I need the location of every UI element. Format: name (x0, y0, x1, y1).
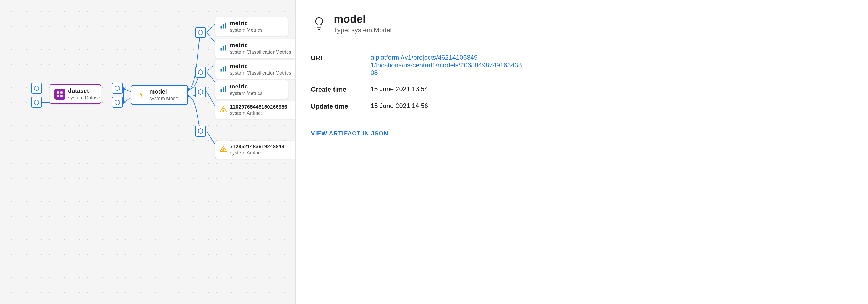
dataset-text: dataset system.Dataset (68, 87, 102, 101)
metric-label-3: metric (230, 63, 291, 70)
metric-chart-icon-4 (220, 85, 227, 94)
metric-chart-icon-1 (220, 22, 227, 31)
metric-chart-icon-3 (220, 65, 227, 74)
svg-line-9 (207, 72, 216, 83)
svg-line-11 (207, 131, 216, 145)
svg-rect-28 (225, 45, 226, 51)
detail-panel: model Type: system.Model URI aiplatform:… (296, 0, 868, 304)
metric-sublabel-4: system.Metrics (230, 91, 262, 96)
artifact-text-2: 712852148361924884​3 system.Artifact (230, 144, 284, 156)
metric-sublabel-2: system.ClassificationMetrics (230, 49, 291, 55)
svg-rect-24 (223, 24, 224, 28)
svg-rect-32 (221, 89, 222, 92)
update-time-label: Update time (311, 102, 360, 110)
svg-line-6 (207, 24, 216, 33)
connector-node-left-top (31, 83, 42, 94)
svg-rect-26 (221, 48, 222, 51)
dataset-sublabel: system.Dataset (68, 95, 102, 101)
model-label: model (149, 88, 180, 95)
metric-text-2: metric system.ClassificationMetrics (230, 42, 291, 55)
divider-2 (311, 119, 853, 119)
metric-sublabel-3: system.ClassificationMetrics (230, 70, 291, 76)
create-time-value: 15 June 2021 13:54 (371, 85, 853, 93)
artifact-icon-1 (220, 106, 227, 115)
uri-value: aiplatform://v1/projects/462141068491/lo… (371, 54, 853, 77)
svg-rect-34 (225, 86, 226, 92)
connector-node-mid-bottom (112, 97, 123, 108)
artifact-label-1: 110297654481502669​86 (230, 104, 287, 110)
svg-rect-25 (225, 23, 226, 28)
svg-line-8 (207, 63, 216, 72)
metric-text-3: metric system.ClassificationMetrics (230, 63, 291, 76)
create-time-row: Create time 15 June 2021 13:54 (311, 85, 853, 93)
artifact-sublabel-2: system.Artifact (230, 150, 284, 156)
svg-rect-16 (57, 91, 59, 94)
svg-rect-36 (222, 110, 224, 112)
artifact-sublabel-1: system.Artifact (230, 110, 287, 116)
connector-node-right-1 (195, 27, 206, 38)
svg-rect-39 (222, 149, 224, 151)
svg-line-10 (207, 91, 216, 107)
metric-text-1: metric system.Metrics (230, 20, 262, 33)
connector-node-mid-top (112, 83, 123, 94)
svg-rect-18 (57, 95, 59, 97)
detail-title-block: model Type: system.Model (334, 13, 392, 34)
svg-rect-19 (60, 95, 63, 97)
detail-type: Type: system.Model (334, 26, 392, 34)
artifact-label-2: 712852148361924884​3 (230, 144, 284, 149)
detail-icon (311, 16, 327, 32)
artifact-text-1: 110297654481502669​86 system.Artifact (230, 104, 287, 116)
svg-point-20 (141, 93, 142, 95)
connector-node-right-3 (195, 87, 206, 98)
connector-node-right-4 (195, 126, 206, 137)
metric-node-2[interactable]: metric system.ClassificationMetrics (215, 39, 296, 58)
metric-text-4: metric system.Metrics (230, 83, 262, 96)
dataset-label: dataset (68, 87, 102, 94)
divider-1 (311, 45, 853, 45)
metric-label-1: metric (230, 20, 262, 27)
svg-rect-27 (223, 46, 224, 51)
update-time-row: Update time 15 June 2021 14:56 (311, 102, 853, 110)
svg-rect-23 (221, 26, 222, 29)
artifact-node-1[interactable]: 110297654481502669​86 system.Artifact (215, 101, 296, 119)
metric-label-2: metric (230, 42, 291, 49)
metric-node-4[interactable]: metric system.Metrics (215, 80, 288, 99)
model-icon-box (136, 89, 147, 101)
svg-point-40 (223, 148, 224, 149)
uri-link[interactable]: aiplatform://v1/projects/462141068491/lo… (371, 54, 522, 76)
connector-node-right-2 (195, 67, 206, 78)
detail-header: model Type: system.Model (311, 13, 853, 34)
uri-row: URI aiplatform://v1/projects/46214106849… (311, 54, 853, 77)
metric-sublabel-1: system.Metrics (230, 27, 262, 33)
view-artifact-json-button[interactable]: VIEW ARTIFACT IN JSON (311, 130, 388, 137)
metric-chart-icon-2 (220, 44, 227, 53)
connector-node-left-bottom (31, 97, 42, 108)
metric-node-1[interactable]: metric system.Metrics (215, 17, 288, 36)
svg-rect-17 (60, 91, 63, 94)
artifact-icon-2 (220, 145, 227, 155)
model-node[interactable]: model system.Model (131, 85, 188, 105)
dataset-icon-box (55, 89, 65, 100)
svg-line-7 (207, 33, 216, 43)
detail-title: model (334, 13, 392, 25)
svg-rect-33 (223, 87, 224, 92)
svg-rect-29 (221, 69, 222, 72)
svg-rect-31 (225, 66, 226, 72)
metric-label-4: metric (230, 83, 262, 90)
svg-point-22 (141, 96, 142, 97)
graph-canvas: dataset system.Dataset model system.Mode… (0, 0, 296, 304)
model-text: model system.Model (149, 88, 180, 102)
update-time-value: 15 June 2021 14:56 (371, 102, 853, 110)
metric-node-3[interactable]: metric system.ClassificationMetrics (215, 60, 296, 79)
artifact-node-2[interactable]: 712852148361924884​3 system.Artifact (215, 141, 296, 159)
svg-rect-30 (223, 67, 224, 72)
svg-point-37 (223, 108, 224, 109)
create-time-label: Create time (311, 85, 360, 93)
model-sublabel: system.Model (149, 96, 180, 102)
dataset-node[interactable]: dataset system.Dataset (50, 84, 101, 104)
uri-label: URI (311, 54, 360, 62)
